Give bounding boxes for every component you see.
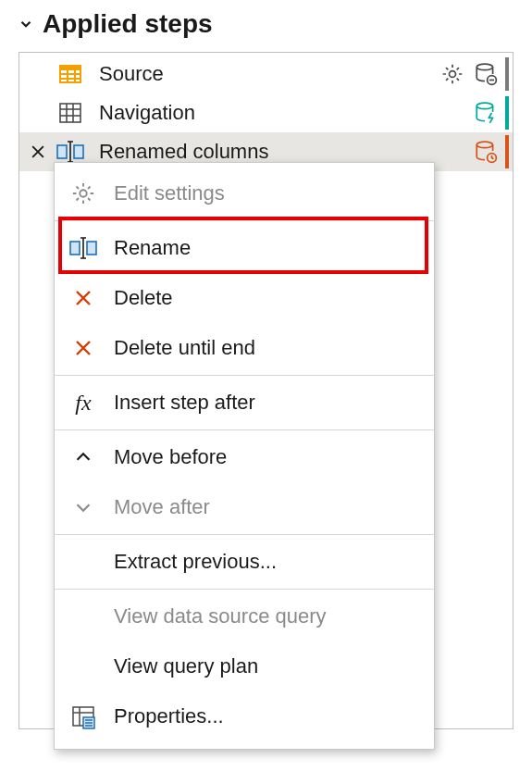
gear-icon [68, 178, 99, 209]
menu-extract-previous[interactable]: Extract previous... [55, 537, 434, 587]
delete-step-button[interactable] [25, 139, 51, 165]
menu-item-label: Edit settings [114, 181, 225, 205]
step-row-source[interactable]: Source [19, 55, 513, 93]
status-bar [505, 57, 509, 91]
step-row-navigation[interactable]: Navigation [19, 93, 513, 132]
svg-rect-14 [60, 104, 80, 122]
svg-point-19 [476, 103, 492, 109]
menu-item-label: Move before [114, 445, 227, 469]
menu-item-label: Delete [114, 286, 173, 310]
svg-rect-6 [76, 75, 80, 78]
menu-item-label: Move after [114, 495, 210, 519]
source-icon [56, 60, 84, 88]
table-icon [56, 99, 84, 127]
properties-icon [68, 701, 99, 732]
fx-icon: fx [68, 387, 99, 418]
status-bar [505, 96, 509, 130]
menu-separator [55, 375, 434, 376]
gear-icon[interactable] [439, 60, 466, 88]
svg-rect-28 [87, 242, 96, 255]
menu-separator [55, 589, 434, 590]
menu-separator [55, 220, 434, 221]
context-menu: Edit settings Rename Delete Delete until… [54, 162, 435, 750]
blank-icon [68, 651, 99, 682]
svg-rect-7 [61, 80, 67, 81]
svg-rect-5 [68, 75, 74, 78]
svg-rect-9 [76, 80, 80, 81]
svg-rect-3 [76, 70, 80, 73]
menu-view-query-plan[interactable]: View query plan [55, 641, 434, 691]
svg-point-26 [80, 190, 86, 196]
svg-rect-23 [74, 145, 83, 158]
menu-item-label: View data source query [114, 604, 327, 628]
chevron-up-icon [68, 441, 99, 473]
menu-move-after: Move after [55, 482, 434, 532]
step-actions [472, 135, 511, 168]
x-icon [68, 282, 99, 314]
menu-item-label: Rename [114, 236, 191, 260]
chevron-down-icon [17, 15, 35, 33]
applied-steps-title: Applied steps [43, 9, 213, 39]
step-actions [439, 57, 511, 91]
menu-item-label: Properties... [114, 704, 224, 728]
step-actions [472, 96, 511, 130]
menu-item-label: Delete until end [114, 336, 255, 360]
svg-rect-8 [68, 80, 74, 81]
svg-point-10 [450, 71, 456, 78]
menu-item-label: Insert step after [114, 391, 255, 415]
database-clock-icon[interactable] [472, 138, 500, 166]
chevron-down-icon [68, 491, 99, 523]
menu-item-label: Extract previous... [114, 550, 277, 574]
menu-insert-step-after[interactable]: fx Insert step after [55, 378, 434, 428]
menu-delete[interactable]: Delete [55, 273, 434, 323]
menu-move-before[interactable]: Move before [55, 432, 434, 482]
database-minus-icon[interactable] [472, 60, 500, 88]
step-label: Source [99, 62, 439, 86]
svg-rect-2 [68, 70, 74, 73]
svg-rect-22 [57, 145, 67, 158]
rename-icon [68, 232, 99, 264]
x-icon [68, 332, 99, 364]
menu-delete-until-end[interactable]: Delete until end [55, 323, 434, 373]
database-lightning-icon[interactable] [472, 99, 500, 127]
status-bar [505, 135, 509, 168]
menu-view-data-source-query: View data source query [55, 591, 434, 641]
menu-item-label: View query plan [114, 654, 258, 678]
svg-rect-1 [61, 70, 67, 73]
blank-icon [68, 546, 99, 578]
svg-rect-4 [61, 75, 67, 78]
menu-separator [55, 429, 434, 430]
menu-separator [55, 534, 434, 535]
step-label: Navigation [99, 101, 472, 125]
blank-icon [68, 601, 99, 632]
applied-steps-header[interactable]: Applied steps [0, 0, 532, 48]
svg-point-11 [476, 64, 492, 70]
menu-properties[interactable]: Properties... [55, 691, 434, 741]
menu-rename[interactable]: Rename [55, 223, 434, 273]
svg-rect-27 [70, 242, 80, 255]
step-label: Renamed columns [99, 140, 472, 164]
menu-edit-settings: Edit settings [55, 168, 434, 218]
svg-point-24 [476, 142, 492, 148]
